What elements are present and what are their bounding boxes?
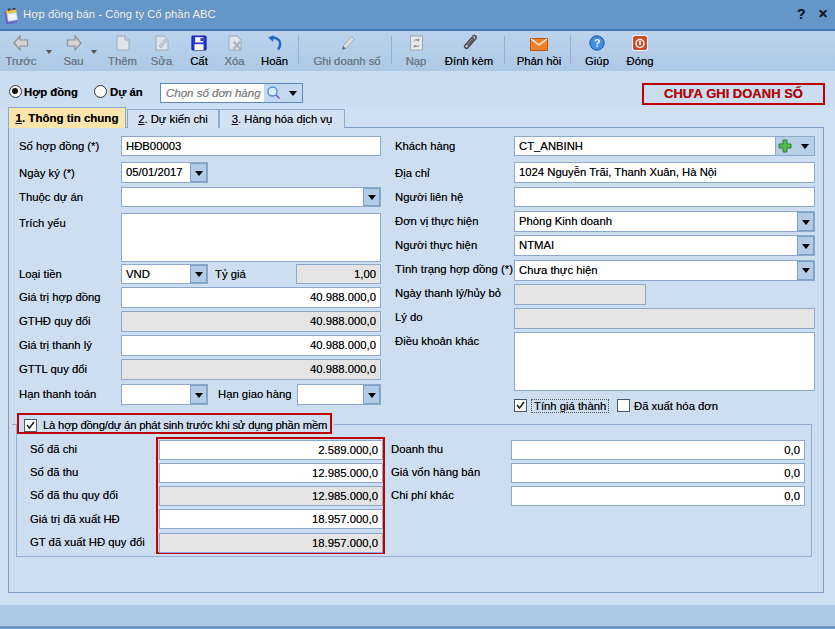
svg-text:?: ? <box>594 37 601 49</box>
